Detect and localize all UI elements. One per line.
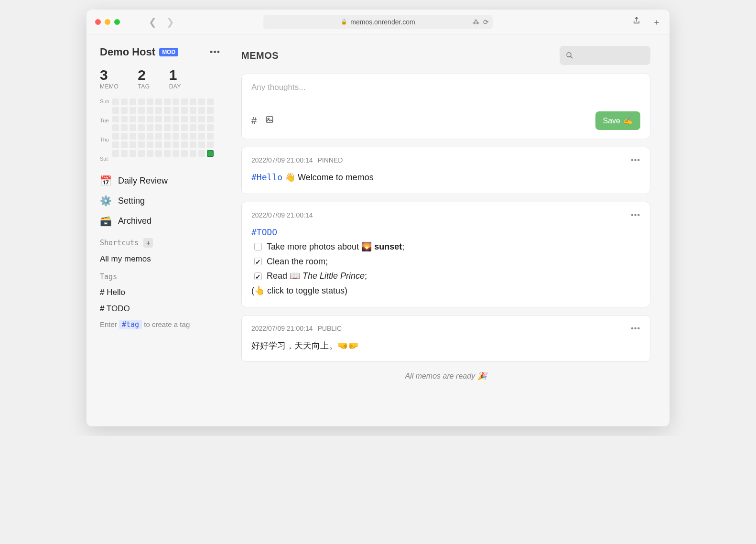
memo-menu-icon[interactable]: ••• bbox=[631, 156, 640, 164]
nav-archived[interactable]: 🗃️ Archived bbox=[100, 215, 220, 227]
heatmap-cell[interactable] bbox=[207, 98, 214, 105]
heatmap-cell[interactable] bbox=[138, 133, 145, 140]
heatmap-cell[interactable] bbox=[173, 150, 179, 157]
heatmap-cell[interactable] bbox=[147, 107, 153, 114]
heatmap-cell[interactable] bbox=[164, 124, 171, 131]
heatmap-cell[interactable] bbox=[181, 141, 188, 148]
heatmap-cell[interactable] bbox=[112, 133, 119, 140]
heatmap-cell[interactable] bbox=[181, 107, 188, 114]
heatmap-cell[interactable] bbox=[121, 150, 128, 157]
heatmap-cell[interactable] bbox=[147, 141, 153, 148]
heatmap-cell[interactable] bbox=[181, 124, 188, 131]
heatmap-cell[interactable] bbox=[121, 107, 128, 114]
heatmap-cell[interactable] bbox=[173, 124, 179, 131]
heatmap-cell[interactable] bbox=[173, 141, 179, 148]
translate-icon[interactable]: ⁂ bbox=[473, 18, 479, 26]
heatmap-cell[interactable] bbox=[207, 124, 214, 131]
heatmap-cell[interactable] bbox=[190, 150, 196, 157]
heatmap-cell[interactable] bbox=[112, 116, 119, 122]
heatmap-cell[interactable] bbox=[181, 150, 188, 157]
heatmap-cell[interactable] bbox=[138, 150, 145, 157]
checkbox-icon[interactable] bbox=[254, 258, 262, 265]
heatmap-cell[interactable] bbox=[121, 133, 128, 140]
heatmap-cell[interactable] bbox=[207, 133, 214, 140]
todo-item[interactable]: Clean the room; bbox=[254, 254, 640, 269]
heatmap-cell[interactable] bbox=[138, 98, 145, 105]
heatmap-cell[interactable] bbox=[173, 116, 179, 122]
memo-tag[interactable]: #TODO bbox=[251, 227, 277, 237]
heatmap-cell[interactable] bbox=[138, 124, 145, 131]
heatmap-cell[interactable] bbox=[130, 98, 136, 105]
heatmap-cell[interactable] bbox=[207, 141, 214, 148]
heatmap-cell[interactable] bbox=[190, 116, 196, 122]
heatmap-cell[interactable] bbox=[190, 107, 196, 114]
heatmap-cell[interactable] bbox=[155, 133, 162, 140]
heatmap-cell[interactable] bbox=[130, 141, 136, 148]
heatmap-cell[interactable] bbox=[164, 116, 171, 122]
todo-item[interactable]: Take more photos about 🌄 sunset; bbox=[254, 239, 640, 254]
hashtag-icon[interactable]: # bbox=[251, 115, 257, 126]
shortcut-item[interactable]: All my memos bbox=[100, 254, 220, 264]
heatmap-cell[interactable] bbox=[164, 98, 171, 105]
heatmap-cell[interactable] bbox=[147, 150, 153, 157]
heatmap-cell[interactable] bbox=[190, 133, 196, 140]
heatmap-cell[interactable] bbox=[130, 124, 136, 131]
tag-item-todo[interactable]: # TODO bbox=[100, 304, 220, 314]
share-icon[interactable] bbox=[632, 16, 641, 28]
save-button[interactable]: Save ✍️ bbox=[595, 111, 640, 130]
heatmap-cell[interactable] bbox=[164, 133, 171, 140]
image-icon[interactable] bbox=[265, 115, 274, 126]
memo-menu-icon[interactable]: ••• bbox=[631, 211, 640, 219]
memo-menu-icon[interactable]: ••• bbox=[631, 324, 640, 333]
heatmap-cell[interactable] bbox=[190, 98, 196, 105]
heatmap-cell[interactable] bbox=[198, 124, 205, 131]
forward-button[interactable]: ❯ bbox=[166, 16, 174, 28]
heatmap-cell[interactable] bbox=[207, 116, 214, 122]
heatmap-cell[interactable] bbox=[207, 107, 214, 114]
heatmap-cell[interactable] bbox=[147, 124, 153, 131]
heatmap-cell[interactable] bbox=[155, 124, 162, 131]
heatmap-cell[interactable] bbox=[130, 107, 136, 114]
heatmap-cell[interactable] bbox=[147, 98, 153, 105]
reload-icon[interactable]: ⟳ bbox=[483, 18, 489, 26]
heatmap-cell[interactable] bbox=[112, 150, 119, 157]
heatmap-cell[interactable] bbox=[130, 133, 136, 140]
heatmap-cell[interactable] bbox=[198, 98, 205, 105]
search-input[interactable] bbox=[560, 46, 650, 65]
heatmap-cell[interactable] bbox=[147, 133, 153, 140]
heatmap-cell[interactable] bbox=[164, 141, 171, 148]
heatmap-cell[interactable] bbox=[121, 141, 128, 148]
minimize-window[interactable] bbox=[105, 19, 110, 25]
user-menu-icon[interactable]: ••• bbox=[210, 47, 220, 57]
nav-setting[interactable]: ⚙️ Setting bbox=[100, 195, 220, 207]
heatmap-cell[interactable] bbox=[164, 107, 171, 114]
new-tab-icon[interactable]: ＋ bbox=[652, 16, 661, 28]
heatmap-cell[interactable] bbox=[155, 116, 162, 122]
heatmap-cell[interactable] bbox=[138, 116, 145, 122]
heatmap-cell[interactable] bbox=[121, 124, 128, 131]
url-bar[interactable]: 🔒 memos.onrender.com ⁂ ⟳ bbox=[263, 15, 493, 29]
heatmap-cell[interactable] bbox=[207, 150, 214, 157]
heatmap-cell[interactable] bbox=[198, 150, 205, 157]
heatmap-cell[interactable] bbox=[173, 107, 179, 114]
heatmap-cell[interactable] bbox=[112, 124, 119, 131]
heatmap-cell[interactable] bbox=[138, 107, 145, 114]
back-button[interactable]: ❮ bbox=[149, 16, 157, 28]
maximize-window[interactable] bbox=[114, 19, 120, 25]
heatmap-cell[interactable] bbox=[181, 116, 188, 122]
memo-tag[interactable]: #Hello bbox=[251, 172, 282, 182]
heatmap-cell[interactable] bbox=[164, 150, 171, 157]
heatmap-cell[interactable] bbox=[173, 133, 179, 140]
heatmap-cell[interactable] bbox=[155, 107, 162, 114]
heatmap-cell[interactable] bbox=[112, 141, 119, 148]
heatmap-cell[interactable] bbox=[121, 116, 128, 122]
nav-daily-review[interactable]: 📅 Daily Review bbox=[100, 175, 220, 186]
heatmap-cell[interactable] bbox=[130, 150, 136, 157]
heatmap-cell[interactable] bbox=[173, 98, 179, 105]
tag-item-hello[interactable]: # Hello bbox=[100, 288, 220, 297]
checkbox-icon[interactable] bbox=[254, 243, 262, 250]
heatmap-cell[interactable] bbox=[198, 116, 205, 122]
heatmap-cell[interactable] bbox=[181, 133, 188, 140]
heatmap-cell[interactable] bbox=[181, 98, 188, 105]
heatmap-cell[interactable] bbox=[198, 141, 205, 148]
